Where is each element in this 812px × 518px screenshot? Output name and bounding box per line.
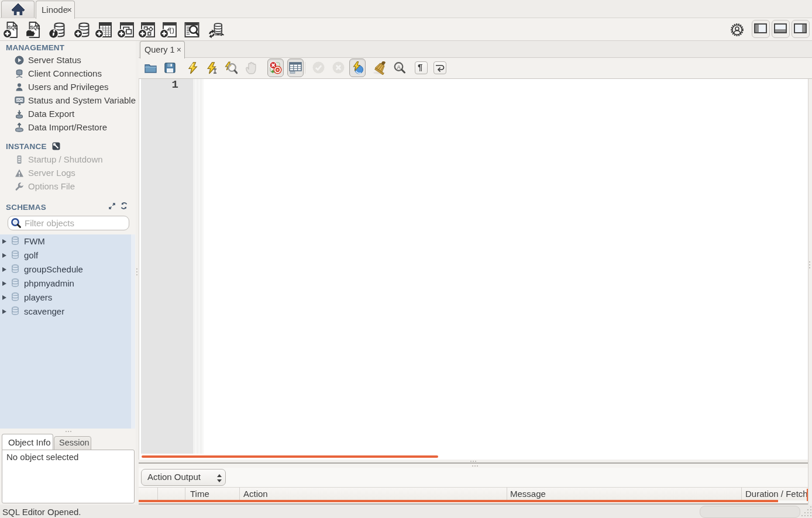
svg-text:SQL: SQL xyxy=(30,25,40,30)
svg-text:A: A xyxy=(397,64,401,70)
